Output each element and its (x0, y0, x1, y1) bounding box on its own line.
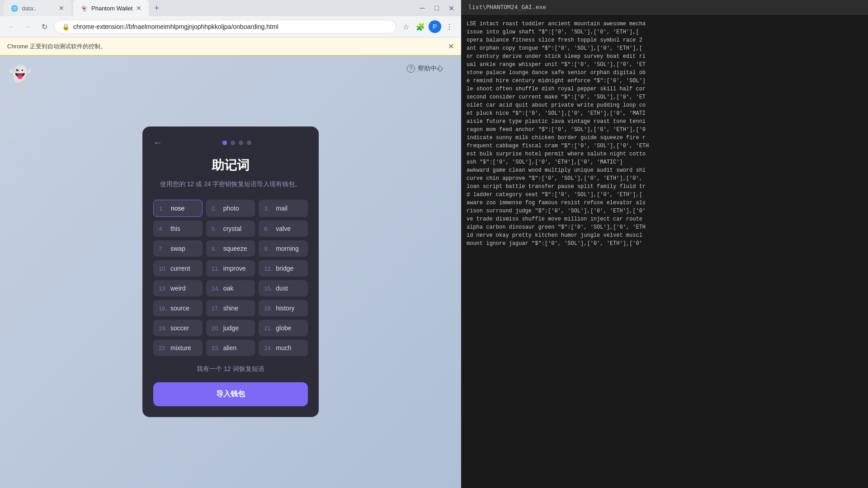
menu-button[interactable]: ⋮ (443, 20, 456, 33)
seed-text-6: valve (276, 225, 291, 232)
browser-content: 👻 ? 帮助中心 ← 助记词 使用您的 12 或 24 字密钥恢复短语导入现有钱… (0, 56, 461, 488)
seed-word-10[interactable]: 10. current (153, 260, 203, 277)
seed-num-15: 15. (264, 285, 273, 292)
seed-num-3: 3. (264, 205, 273, 212)
modal-title: 助记词 (153, 157, 308, 174)
seed-word-22[interactable]: 22. mixture (153, 340, 203, 356)
help-center-link[interactable]: ? 帮助中心 (407, 65, 443, 73)
seed-word-17[interactable]: 17. shine (206, 300, 255, 316)
seed-text-14: oak (223, 285, 234, 292)
back-button[interactable]: ← (5, 20, 18, 33)
tab-phantom[interactable]: 👻 Phantom Wallet ✕ (73, 0, 149, 16)
seed-text-19: soccer (170, 324, 189, 332)
seed-text-17: shine (223, 305, 238, 312)
dot-1 (222, 141, 227, 145)
seed-word-11[interactable]: 11. improve (206, 260, 255, 277)
phantom-logo: 👻 (9, 65, 32, 86)
title-bar: 🌐 data:. ✕ 👻 Phantom Wallet ✕ + ─ □ ✕ (0, 0, 461, 16)
seed-num-21: 21. (264, 325, 273, 332)
seed-num-1: 1. (159, 205, 168, 212)
seed-num-2: 2. (212, 205, 221, 212)
seed-word-7[interactable]: 7. swap (153, 240, 203, 257)
seed-text-1: nose (171, 205, 184, 212)
seed-text-18: history (276, 305, 294, 312)
import-wallet-button[interactable]: 导入钱包 (153, 382, 308, 406)
seed-word-6[interactable]: 6. valve (259, 221, 308, 237)
back-button-modal[interactable]: ← (153, 137, 162, 148)
progress-dots (222, 141, 251, 145)
seed-text-8: squeeze (223, 245, 247, 252)
seed-word-2[interactable]: 2. photo (206, 200, 255, 217)
seed-word-12[interactable]: 12. bridge (259, 260, 308, 277)
tab-data-label: data:. (22, 5, 37, 12)
tab-phantom-label: Phantom Wallet (91, 5, 132, 12)
seed-word-21[interactable]: 21. globe (259, 320, 308, 336)
seed-num-5: 5. (212, 225, 221, 232)
tab-phantom-close[interactable]: ✕ (136, 5, 142, 12)
minimize-button[interactable]: ─ (416, 2, 429, 14)
new-tab-button[interactable]: + (151, 0, 163, 17)
terminal-title-bar: list\PHANTOM24_GAI.exe (461, 0, 868, 14)
seed-num-13: 13. (159, 285, 168, 292)
help-icon: ? (407, 65, 415, 73)
seed-num-6: 6. (264, 225, 273, 232)
seed-word-5[interactable]: 5. crystal (206, 221, 255, 237)
seed-num-22: 22. (159, 345, 168, 352)
seed-num-24: 24. (264, 345, 273, 352)
seed-num-11: 11. (212, 265, 221, 272)
seed-word-20[interactable]: 20. judge (206, 320, 255, 336)
tab-data-close[interactable]: ✕ (59, 5, 64, 12)
seed-word-8[interactable]: 8. squeeze (206, 240, 255, 257)
seed-text-15: dust (276, 285, 288, 292)
seed-num-9: 9. (264, 245, 273, 252)
seed-num-20: 20. (212, 325, 221, 332)
seed-num-16: 16. (159, 305, 168, 312)
seed-num-23: 23. (212, 345, 221, 352)
seed-word-3[interactable]: 3. mail (259, 200, 308, 217)
seed-text-13: weird (170, 285, 185, 292)
reload-button[interactable]: ↻ (38, 20, 51, 33)
seed-text-22: mixture (170, 344, 191, 352)
modal-header: ← (153, 137, 308, 148)
seed-text-4: this (170, 225, 180, 232)
seed-num-19: 19. (159, 325, 168, 332)
info-bar-close[interactable]: ✕ (448, 42, 454, 51)
profile-icon: P (429, 20, 441, 33)
tab-data[interactable]: 🌐 data:. ✕ (4, 0, 71, 16)
seed-word-16[interactable]: 16. source (153, 300, 203, 316)
seed-word-19[interactable]: 19. soccer (153, 320, 203, 336)
seed-text-23: alien (223, 344, 237, 352)
forward-button[interactable]: → (22, 20, 34, 33)
seed-num-18: 18. (264, 305, 273, 312)
dot-3 (239, 141, 243, 145)
toolbar-icons: ☆ 🧩 P ⋮ (400, 20, 456, 33)
seed-word-1[interactable]: 1. nose (153, 200, 203, 217)
twelve-word-link[interactable]: 我有一个 12 词恢复短语 (153, 365, 308, 373)
seed-word-23[interactable]: 23. alien (206, 340, 255, 356)
tab-data-icon: 🌐 (11, 5, 18, 12)
help-center-label: 帮助中心 (418, 65, 443, 73)
seed-word-13[interactable]: 13. weird (153, 280, 203, 296)
extensions-button[interactable]: 🧩 (414, 20, 427, 33)
bookmark-button[interactable]: ☆ (400, 20, 412, 33)
seed-word-4[interactable]: 4. this (153, 221, 203, 237)
window-close-button[interactable]: ✕ (445, 2, 458, 14)
profile-button[interactable]: P (429, 20, 441, 33)
seed-text-7: swap (170, 245, 185, 252)
seed-word-14[interactable]: 14. oak (206, 280, 255, 296)
seed-text-3: mail (276, 205, 288, 212)
maximize-button[interactable]: □ (430, 2, 443, 14)
seed-num-17: 17. (212, 305, 221, 312)
seed-word-18[interactable]: 18. history (259, 300, 308, 316)
address-bar[interactable]: 🔒 chrome-extension://bfnaelmomeimhlpmgjn… (54, 20, 396, 33)
terminal-content: LSE intact roast toddler ancient mountai… (461, 14, 868, 488)
modal-subtitle: 使用您的 12 或 24 字密钥恢复短语导入现有钱包。 (153, 179, 308, 189)
seed-text-9: morning (276, 245, 299, 252)
seed-text-21: globe (276, 324, 291, 332)
seed-word-9[interactable]: 9. morning (259, 240, 308, 257)
seed-text-16: source (170, 305, 189, 312)
seed-word-grid: 1. nose 2. photo 3. mail 4. this 5. (153, 200, 308, 356)
seed-word-15[interactable]: 15. dust (259, 280, 308, 296)
secure-icon: 🔒 (62, 23, 70, 30)
seed-word-24[interactable]: 24. much (259, 340, 308, 356)
